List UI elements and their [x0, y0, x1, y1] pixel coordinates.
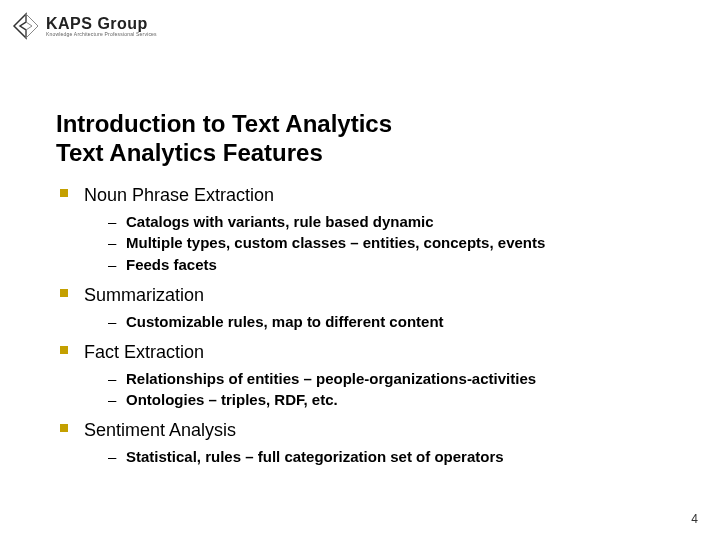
list-item: Noun Phrase Extraction Catalogs with var… [56, 182, 680, 276]
logo-tagline: Knowledge Architecture Professional Serv… [46, 32, 157, 37]
sub-item: Multiple types, custom classes – entitie… [108, 232, 680, 254]
item-label: Fact Extraction [84, 342, 204, 362]
sub-item: Catalogs with variants, rule based dynam… [108, 211, 680, 233]
page-number: 4 [691, 512, 698, 526]
slide-content: Introduction to Text Analytics Text Anal… [56, 110, 680, 474]
sub-list: Catalogs with variants, rule based dynam… [108, 211, 680, 276]
logo-mark-icon [12, 12, 42, 40]
item-label: Sentiment Analysis [84, 420, 236, 440]
logo: KAPS Group Knowledge Architecture Profes… [12, 12, 157, 40]
list-item: Fact Extraction Relationships of entitie… [56, 339, 680, 412]
list-item: Summarization Customizable rules, map to… [56, 282, 680, 333]
svg-marker-0 [14, 14, 26, 38]
sub-item: Statistical, rules – full categorization… [108, 446, 680, 468]
item-label: Summarization [84, 285, 204, 305]
sub-item: Feeds facets [108, 254, 680, 276]
svg-marker-1 [26, 14, 38, 38]
list-item: Sentiment Analysis Statistical, rules – … [56, 417, 680, 468]
sub-item: Relationships of entities – people-organ… [108, 368, 680, 390]
bullet-list: Noun Phrase Extraction Catalogs with var… [56, 182, 680, 468]
sub-item: Customizable rules, map to different con… [108, 311, 680, 333]
sub-list: Relationships of entities – people-organ… [108, 368, 680, 412]
item-label: Noun Phrase Extraction [84, 185, 274, 205]
sub-item: Ontologies – triples, RDF, etc. [108, 389, 680, 411]
title-line-1: Introduction to Text Analytics [56, 110, 392, 137]
sub-list: Statistical, rules – full categorization… [108, 446, 680, 468]
logo-text: KAPS Group [46, 16, 157, 32]
title-line-2: Text Analytics Features [56, 139, 323, 166]
sub-list: Customizable rules, map to different con… [108, 311, 680, 333]
slide-title: Introduction to Text Analytics Text Anal… [56, 110, 680, 168]
